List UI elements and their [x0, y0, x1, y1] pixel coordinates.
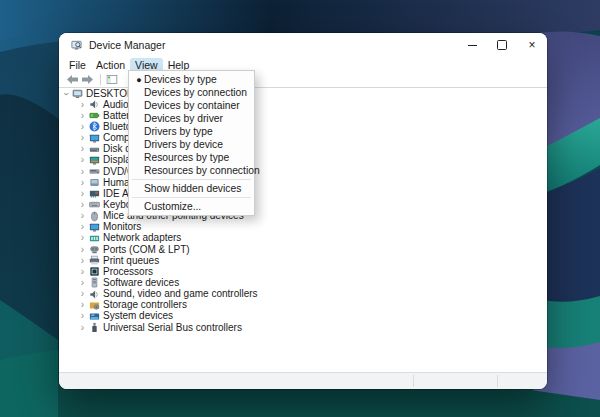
view-menu-item[interactable]: ● Customize...: [129, 200, 254, 213]
device-category-icon: [89, 311, 100, 322]
status-bar-divider: [497, 375, 498, 387]
chevron-icon[interactable]: ›: [78, 256, 87, 266]
chevron-icon[interactable]: ›: [78, 245, 87, 255]
menubar-item-file[interactable]: File: [64, 58, 91, 72]
chevron-icon[interactable]: ›: [78, 289, 87, 299]
tree-row[interactable]: › Sound, video and game controllers: [59, 289, 547, 300]
chevron-icon[interactable]: ›: [78, 178, 87, 188]
tree-row[interactable]: › Ports (COM & LPT): [59, 244, 547, 255]
device-category-icon: [89, 166, 100, 177]
toolbar-divider: [100, 74, 101, 85]
chevron-icon[interactable]: ›: [78, 167, 87, 177]
view-menu-item[interactable]: ● Devices by type: [129, 73, 254, 86]
device-category-icon: [89, 233, 100, 244]
chevron-icon[interactable]: ›: [78, 211, 87, 221]
chevron-icon[interactable]: ›: [78, 144, 87, 154]
device-category-icon: [89, 177, 100, 188]
tree-row[interactable]: › Processors: [59, 266, 547, 277]
chevron-icon[interactable]: ›: [78, 133, 87, 143]
device-category-icon: [89, 222, 100, 233]
forward-icon[interactable]: [82, 75, 93, 84]
device-category-icon: [89, 199, 100, 210]
chevron-icon[interactable]: ›: [78, 300, 87, 310]
chevron-icon[interactable]: ›: [78, 278, 87, 288]
minimize-icon: [468, 45, 477, 46]
tree-row[interactable]: › Software devices: [59, 277, 547, 288]
view-menu-item[interactable]: ● Devices by connection: [129, 86, 254, 99]
tree-row[interactable]: › Print queues: [59, 255, 547, 266]
device-category-icon: [89, 211, 100, 222]
console-tree-icon[interactable]: [106, 74, 118, 85]
menubar-item-action[interactable]: Action: [91, 58, 130, 72]
chevron-icon[interactable]: ›: [78, 233, 87, 243]
view-menu-item[interactable]: ● Show hidden devices: [129, 182, 254, 195]
device-category-icon: [89, 155, 100, 166]
device-category-icon: [89, 289, 100, 300]
device-category-icon: [72, 88, 83, 99]
device-category-icon: [89, 244, 100, 255]
view-menu-item[interactable]: ● Drivers by type: [129, 125, 254, 138]
device-category-icon: [89, 99, 100, 110]
chevron-icon[interactable]: ›: [78, 222, 87, 232]
device-category-icon: [89, 322, 100, 333]
view-menu-item[interactable]: ● Resources by type: [129, 151, 254, 164]
maximize-button[interactable]: [487, 33, 517, 57]
tree-row[interactable]: › Monitors: [59, 222, 547, 233]
device-category-icon: [89, 300, 100, 311]
chevron-icon[interactable]: ›: [78, 311, 87, 321]
view-menu-item[interactable]: ● Devices by container: [129, 99, 254, 112]
chevron-icon[interactable]: ›: [78, 100, 87, 110]
tree-row[interactable]: › Network adapters: [59, 233, 547, 244]
chevron-icon[interactable]: ›: [78, 267, 87, 277]
title-bar[interactable]: Device Manager ×: [59, 33, 547, 57]
tree-row[interactable]: › Storage controllers: [59, 300, 547, 311]
view-dropdown-menu: ● Devices by type ● Devices by connectio…: [128, 70, 255, 216]
device-category-icon: [89, 188, 100, 199]
window-title: Device Manager: [89, 39, 165, 51]
device-category-icon: [89, 110, 100, 121]
selected-bullet-icon: ●: [134, 75, 144, 85]
desktop: Device Manager × File Action View: [0, 0, 600, 417]
device-category-icon: [89, 144, 100, 155]
chevron-icon[interactable]: ›: [61, 89, 71, 98]
device-category-icon: [89, 121, 100, 132]
close-button[interactable]: ×: [517, 33, 547, 57]
chevron-icon[interactable]: ›: [78, 155, 87, 165]
view-menu-item[interactable]: ● Resources by connection: [129, 164, 254, 177]
chevron-icon[interactable]: ›: [78, 189, 87, 199]
chevron-icon[interactable]: ›: [78, 323, 87, 333]
minimize-button[interactable]: [457, 33, 487, 57]
back-icon[interactable]: [67, 75, 78, 84]
tree-row[interactable]: › Universal Serial Bus controllers: [59, 322, 547, 333]
device-manager-icon: [71, 40, 82, 51]
chevron-icon[interactable]: ›: [78, 122, 87, 132]
close-icon: ×: [528, 39, 535, 51]
chevron-icon[interactable]: ›: [78, 200, 87, 210]
status-bar-divider: [413, 375, 414, 387]
tree-row[interactable]: › System devices: [59, 311, 547, 322]
view-menu-item[interactable]: ● Drivers by device: [129, 138, 254, 151]
device-category-icon: [89, 277, 100, 288]
device-category-icon: [89, 266, 100, 277]
status-bar: [59, 372, 547, 389]
window-controls: ×: [457, 33, 547, 57]
device-category-icon: [89, 133, 100, 144]
chevron-icon[interactable]: ›: [78, 111, 87, 121]
device-category-icon: [89, 255, 100, 266]
view-menu-item[interactable]: ● Devices by driver: [129, 112, 254, 125]
maximize-icon: [497, 40, 507, 50]
